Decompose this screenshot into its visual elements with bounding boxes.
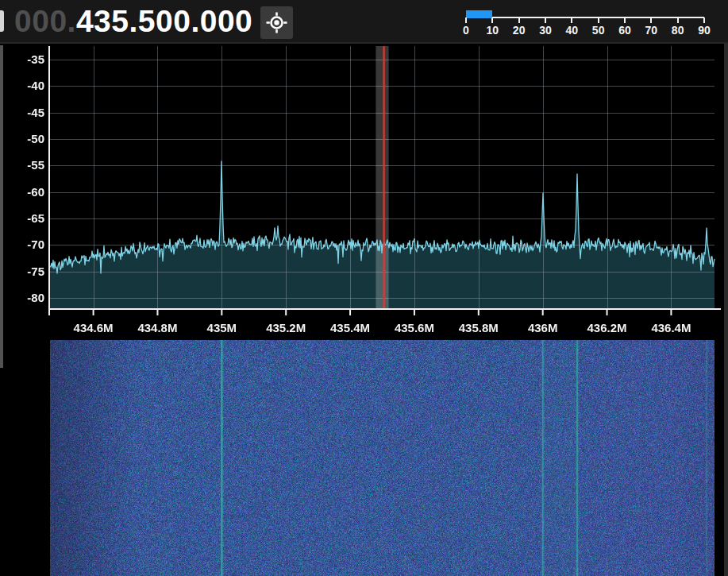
y-tick-label: -80 <box>0 290 44 306</box>
gain-scale[interactable]: 0102030405060708090 <box>463 8 711 41</box>
x-tick-label: 434.6M <box>60 320 127 336</box>
x-tick-label: 435.2M <box>252 320 319 336</box>
right-edge-strip <box>724 44 728 576</box>
y-tick-label: -35 <box>0 52 44 68</box>
gain-scale-tick-label: 60 <box>611 24 638 37</box>
gain-scale-track <box>466 17 704 18</box>
y-tick-label: -55 <box>0 157 44 173</box>
x-tick-label: 435.6M <box>381 320 448 336</box>
waterfall-canvas[interactable] <box>50 340 715 576</box>
y-tick-label: -50 <box>0 131 44 147</box>
y-tick-label: -65 <box>0 211 44 226</box>
left-edge-strip <box>0 45 3 368</box>
gain-scale-tick <box>465 17 467 23</box>
gain-scale-tick-label: 0 <box>453 24 480 37</box>
x-tick-label: 434.8M <box>124 320 191 336</box>
x-tick-label: 435M <box>188 320 255 336</box>
y-tick-label: -40 <box>0 78 44 94</box>
partial-digit-sliver <box>0 10 4 32</box>
x-tick-label: 436.4M <box>637 320 704 336</box>
gain-scale-tick <box>677 17 679 23</box>
gain-scale-tick-label: 40 <box>558 24 585 37</box>
gain-scale-tick-label: 50 <box>585 24 612 37</box>
x-tick-label: 435.8M <box>445 320 512 336</box>
gain-scale-tick <box>545 17 546 23</box>
y-tick-label: -75 <box>0 264 44 280</box>
x-tick-label: 435.4M <box>317 320 383 336</box>
gain-scale-tick <box>598 17 599 23</box>
gain-scale-tick-label: 70 <box>637 24 664 37</box>
y-tick-label: -45 <box>0 105 44 121</box>
crosshair-icon <box>266 12 287 33</box>
gain-scale-tick <box>571 17 572 23</box>
top-bar: 000.435.500.000 0102030405060708090 <box>0 0 728 44</box>
frequency-leading-zeros: 000. <box>14 4 76 38</box>
gain-scale-tick-label: 20 <box>506 24 533 37</box>
gain-scale-fill <box>466 10 492 18</box>
frequency-value: 435.500.000 <box>76 4 252 38</box>
y-tick-label: -60 <box>0 184 44 200</box>
gain-scale-tick-label: 80 <box>664 24 691 37</box>
x-tick-label: 436M <box>510 320 576 336</box>
gain-scale-tick <box>703 17 705 23</box>
gain-scale-tick <box>624 17 626 23</box>
gain-scale-tick-label: 10 <box>479 24 506 37</box>
gain-scale-tick <box>518 17 520 23</box>
y-tick-label: -70 <box>0 237 44 253</box>
gain-scale-tick-label: 30 <box>532 24 559 37</box>
spectrum-canvas[interactable] <box>0 44 728 340</box>
gain-scale-tick-label: 90 <box>691 24 718 37</box>
x-tick-label: 436.2M <box>574 320 641 336</box>
gain-scale-tick <box>491 17 493 23</box>
gain-scale-tick <box>650 17 652 23</box>
tune-button[interactable] <box>260 6 293 39</box>
spectrum-panel: -35-40-45-50-55-60-65-70-75-80 434.6M434… <box>0 44 728 340</box>
sdr-app: 000.435.500.000 0102030405060708090 -35-… <box>0 0 728 576</box>
frequency-display[interactable]: 000.435.500.000 <box>14 0 252 44</box>
